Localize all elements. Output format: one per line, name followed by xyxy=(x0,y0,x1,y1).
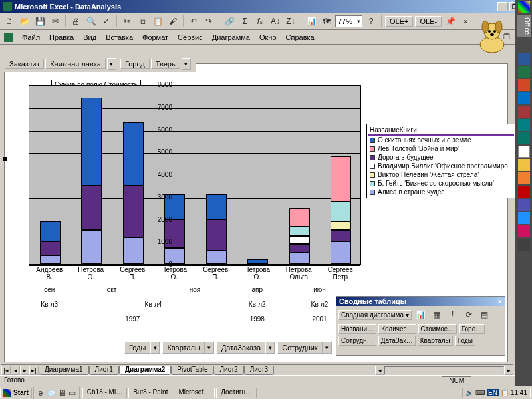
bar-segment[interactable] xyxy=(40,255,61,265)
chevron-down-icon[interactable]: ▾ xyxy=(182,58,191,70)
quick-outlook-icon[interactable]: 📨 xyxy=(46,386,57,400)
chevron-down-icon[interactable]: ▾ xyxy=(265,342,275,354)
bar-segment[interactable] xyxy=(289,244,310,253)
bar-segment[interactable] xyxy=(331,230,351,241)
sort-desc-icon[interactable]: Z↓ xyxy=(284,15,297,28)
pivot-chart-button[interactable]: Сводная диаграмма ▾ xyxy=(338,310,412,320)
copy-icon[interactable]: ⧉ xyxy=(136,15,149,28)
sum-icon[interactable]: Σ xyxy=(238,15,251,28)
filter-customer-label[interactable]: Заказчик xyxy=(5,59,44,69)
mail-icon[interactable]: ✉ xyxy=(49,15,62,28)
menu-tools[interactable]: Сервис xyxy=(173,32,207,43)
word-icon[interactable] xyxy=(518,53,530,65)
help-icon[interactable]: ? xyxy=(364,15,378,28)
pivot-field[interactable]: Годы xyxy=(455,336,475,346)
tray-icon[interactable]: 🔊 xyxy=(466,389,473,396)
open-icon[interactable]: 📂 xyxy=(18,15,31,28)
system-tray[interactable]: 🔊 ⌨ EN 📋 11:41 xyxy=(462,388,531,398)
quick-desktop-icon[interactable]: 🖥 xyxy=(57,386,67,400)
sheet-tab[interactable]: Диаграмма2 xyxy=(119,366,171,375)
new-doc-icon[interactable] xyxy=(518,146,530,158)
legend[interactable]: НазваниеКниги О скитаньях вечных и о зем… xyxy=(366,124,516,198)
filter-customer-value[interactable]: Книжная лавка xyxy=(45,59,106,69)
pivot-toolbar[interactable]: Сводные таблицы× Сводная диаграмма ▾ 📊 ▦… xyxy=(336,296,505,356)
sheet-tab[interactable]: Лист3 xyxy=(244,366,274,375)
excel-icon[interactable] xyxy=(518,66,530,78)
print-icon[interactable]: 🖨 xyxy=(69,15,82,28)
pivot-field[interactable]: ДатаЗак… xyxy=(378,336,416,346)
fx-icon[interactable]: fₓ xyxy=(253,15,267,28)
legend-item[interactable]: Лев Толстой 'Война и мир' xyxy=(368,144,514,153)
filter-employee[interactable]: Сотрудник xyxy=(277,342,322,354)
chevron-down-icon[interactable]: ▾ xyxy=(323,342,332,354)
bar-segment[interactable] xyxy=(331,156,351,201)
taskbar-button[interactable]: Достигн… xyxy=(216,388,257,398)
office-shortcut-bar[interactable]: Office xyxy=(515,0,532,386)
menu-edit[interactable]: Правка xyxy=(45,32,78,43)
menu-file[interactable]: Файл xyxy=(17,32,45,43)
legend-item[interactable]: Виктор Пелевин 'Желтая стрела' xyxy=(368,170,514,179)
menu-window[interactable]: Окно xyxy=(255,32,281,43)
frontpage-icon[interactable] xyxy=(518,119,530,131)
filter-years[interactable]: Годы xyxy=(124,342,150,354)
pivot-refresh-icon[interactable]: ⟳ xyxy=(462,308,475,321)
ole-minus-button[interactable]: OLE- xyxy=(415,16,442,27)
sheet-tab[interactable]: Лист2 xyxy=(213,366,243,375)
redo-icon[interactable]: ↷ xyxy=(202,15,215,28)
tab-nav-prev[interactable]: ◂ xyxy=(11,366,20,375)
misc-icon[interactable] xyxy=(518,225,530,237)
bar-segment[interactable] xyxy=(289,208,310,227)
chevron-down-icon[interactable]: ▾ xyxy=(150,342,160,354)
close-icon[interactable]: × xyxy=(498,297,502,305)
pin-icon[interactable]: 📌 xyxy=(444,15,457,28)
publisher-icon[interactable] xyxy=(518,132,530,144)
chart-icon[interactable]: 📊 xyxy=(305,15,318,28)
bar-segment[interactable] xyxy=(81,186,102,231)
menu-insert[interactable]: Вставка xyxy=(101,32,138,43)
quick-ie-icon[interactable]: e xyxy=(35,386,46,400)
tools-icon[interactable] xyxy=(518,199,530,211)
bar-segment[interactable] xyxy=(81,98,102,186)
bar-segment[interactable] xyxy=(40,241,61,255)
pivot-field[interactable]: Горо… xyxy=(459,324,485,334)
filter-city-value[interactable]: Тверь xyxy=(151,59,180,69)
bar-segment[interactable] xyxy=(123,122,144,186)
ole-plus-button[interactable]: OLE+ xyxy=(385,16,413,27)
ie-icon[interactable] xyxy=(518,212,530,224)
pivot-hide-icon[interactable]: ! xyxy=(446,308,460,321)
binder-icon[interactable] xyxy=(518,186,530,198)
open-doc-icon[interactable] xyxy=(518,159,530,171)
outlook-icon[interactable] xyxy=(518,92,530,104)
selection-handle[interactable] xyxy=(3,157,7,161)
pivot-field[interactable]: Стоимос… xyxy=(418,324,457,334)
scroll-right[interactable]: ▸ xyxy=(504,366,513,375)
bar-segment[interactable] xyxy=(331,221,351,231)
misc2-icon[interactable] xyxy=(518,239,530,251)
bar-segment[interactable] xyxy=(81,230,102,264)
filter-quarters[interactable]: Кварталы xyxy=(162,342,204,354)
filter-orderdate[interactable]: ДатаЗаказа xyxy=(217,342,265,354)
tab-nav-last[interactable]: ▸| xyxy=(29,366,39,375)
bar-segment[interactable] xyxy=(40,221,61,241)
tray-lang[interactable]: EN xyxy=(487,389,499,396)
undo-icon[interactable]: ↶ xyxy=(187,15,200,28)
link-icon[interactable]: 🔗 xyxy=(223,15,236,28)
save-icon[interactable]: 💾 xyxy=(33,15,47,28)
tab-nav-next[interactable]: ▸ xyxy=(20,366,29,375)
taskbar-button[interactable]: Ch18 - Mi… xyxy=(82,388,127,398)
menu-view[interactable]: Вид xyxy=(78,32,101,43)
new-icon[interactable]: 🗋 xyxy=(3,15,16,28)
bar-segment[interactable] xyxy=(331,201,351,221)
taskbar-button[interactable]: But8 - Paint xyxy=(128,388,172,398)
legend-item[interactable]: Алиса в стране чудес xyxy=(368,188,514,196)
plot-area[interactable] xyxy=(29,85,361,265)
pivot-field-icon[interactable]: ▦ xyxy=(430,308,444,321)
tray-icon[interactable]: ⌨ xyxy=(475,389,485,396)
paste-icon[interactable]: 📋 xyxy=(151,15,164,28)
pivot-field[interactable]: Количес… xyxy=(378,324,416,334)
sort-asc-icon[interactable]: A↓ xyxy=(269,15,282,28)
bar-segment[interactable] xyxy=(289,227,310,236)
bar-segment[interactable] xyxy=(289,236,310,244)
bar-segment[interactable] xyxy=(206,251,227,264)
office-logo-icon[interactable] xyxy=(518,1,530,13)
